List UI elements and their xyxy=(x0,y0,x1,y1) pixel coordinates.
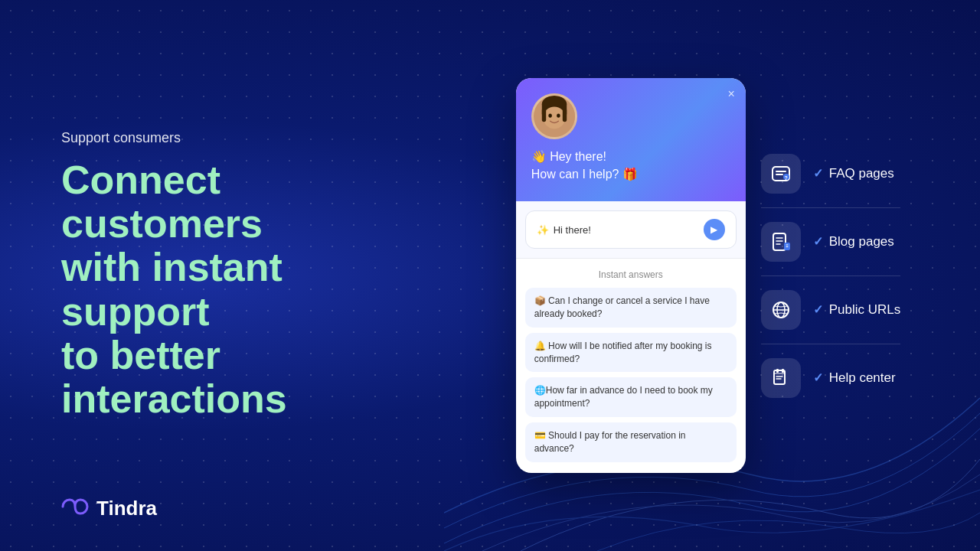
answer-item-3[interactable]: 💳 Should I pay for the reservation in ad… xyxy=(525,422,737,462)
brand-icon xyxy=(61,496,89,520)
urls-icon-box xyxy=(761,290,801,330)
feature-text-blog: ✓ Blog pages xyxy=(813,234,894,249)
answer-text-0: Can I change or cancel a service I have … xyxy=(534,295,710,319)
feature-text-urls: ✓ Public URLs xyxy=(813,302,901,318)
svg-rect-17 xyxy=(776,369,779,373)
chat-input-box[interactable]: ✨ Hi there! ▶ xyxy=(525,210,737,249)
main-content: Support consumers Connect customers with… xyxy=(0,0,980,551)
chat-input-area: ✨ Hi there! ▶ xyxy=(516,201,746,259)
right-panel: × xyxy=(459,78,980,472)
answer-item-0[interactable]: 📦 Can I change or cancel a service I hav… xyxy=(525,288,737,328)
svg-rect-12 xyxy=(773,233,786,250)
answer-text-2: How far in advance do I need to book my … xyxy=(534,385,713,409)
feature-label-blog: Blog pages xyxy=(829,234,894,249)
feature-label-urls: Public URLs xyxy=(829,302,901,318)
answer-text-1: How will I be notified after my booking … xyxy=(534,341,712,364)
answer-icon-1: 🔔 xyxy=(534,341,548,351)
feature-item-urls: ✓ Public URLs xyxy=(761,276,901,344)
svg-rect-18 xyxy=(782,369,784,373)
answer-item-1[interactable]: 🔔 How will I be notified after my bookin… xyxy=(525,333,737,373)
feature-list: ? ✓ FAQ pages xyxy=(761,140,901,412)
answer-text-3: Should I pay for the reservation in adva… xyxy=(534,430,686,454)
chat-widget: × xyxy=(516,78,746,472)
feature-item-faq: ? ✓ FAQ pages xyxy=(761,140,901,208)
greeting-line2: How can I help? 🎁 xyxy=(531,166,730,183)
svg-text:?: ? xyxy=(784,174,787,180)
svg-rect-7 xyxy=(542,109,546,122)
answer-icon-2: 🌐 xyxy=(534,385,546,396)
svg-point-5 xyxy=(548,114,552,118)
close-button[interactable]: × xyxy=(727,87,734,101)
check-icon-blog: ✓ xyxy=(813,234,823,249)
answer-item-2[interactable]: 🌐How far in advance do I need to book my… xyxy=(525,377,737,417)
left-panel: Support consumers Connect customers with… xyxy=(0,130,459,421)
answer-icon-0: 📦 xyxy=(534,295,548,306)
instant-answers-section: Instant answers 📦 Can I change or cancel… xyxy=(516,259,746,472)
feature-item-help: ✓ Help center xyxy=(761,344,901,412)
help-icon-box xyxy=(761,358,801,398)
check-icon-urls: ✓ xyxy=(813,302,823,317)
check-icon-faq: ✓ xyxy=(813,166,823,181)
headline-line1: Connect customers xyxy=(61,158,263,246)
avatar xyxy=(531,93,577,139)
svg-point-4 xyxy=(543,107,565,129)
chat-header: × xyxy=(516,78,746,201)
headline-line3: to better interactions xyxy=(61,333,287,421)
send-button[interactable]: ▶ xyxy=(704,219,725,240)
feature-label-help: Help center xyxy=(829,370,896,386)
sparkle-icon: ✨ xyxy=(537,224,549,236)
check-icon-help: ✓ xyxy=(813,370,823,385)
svg-rect-8 xyxy=(563,109,567,122)
support-label: Support consumers xyxy=(61,130,398,146)
input-placeholder: Hi there! xyxy=(554,224,591,236)
faq-icon-box: ? xyxy=(761,154,801,194)
greeting-line1: 👋 Hey there! xyxy=(531,148,730,165)
headline: Connect customers with instant support t… xyxy=(61,158,398,421)
input-text: ✨ Hi there! xyxy=(537,224,591,236)
brand: Tindra xyxy=(61,496,157,520)
feature-label-faq: FAQ pages xyxy=(829,166,894,181)
greeting: 👋 Hey there! How can I help? 🎁 xyxy=(531,148,730,183)
svg-point-6 xyxy=(557,114,560,118)
answer-icon-3: 💳 xyxy=(534,430,548,441)
instant-answers-label: Instant answers xyxy=(525,269,737,280)
feature-text-help: ✓ Help center xyxy=(813,370,896,386)
send-icon: ▶ xyxy=(710,224,717,235)
feature-text-faq: ✓ FAQ pages xyxy=(813,166,894,181)
brand-name: Tindra xyxy=(96,497,157,520)
feature-item-blog: ✓ Blog pages xyxy=(761,208,901,276)
headline-line2: with instant support xyxy=(61,245,283,333)
blog-icon-box xyxy=(761,222,801,262)
